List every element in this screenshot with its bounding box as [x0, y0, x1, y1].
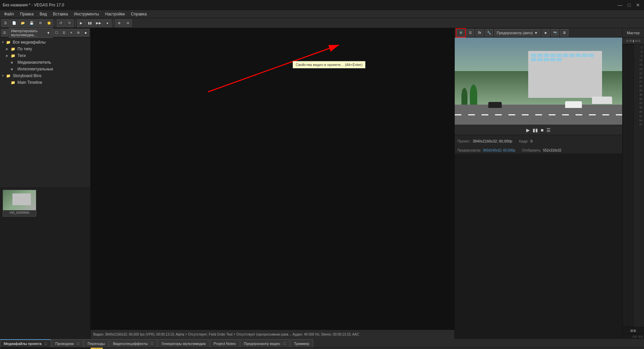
toolbar-btn-render[interactable]: 🌟 — [45, 19, 53, 27]
kadr-info: Кадр: 0 — [519, 139, 532, 143]
preview-mode-dropdown[interactable]: Предпросмотр (авто) ▼ — [494, 29, 540, 37]
tab-explorer-close[interactable]: ☐ — [77, 342, 80, 345]
minimize-button[interactable]: — — [616, 2, 624, 8]
toolbar-btn-record[interactable]: ● — [103, 19, 111, 27]
menu-bar: Файл Правка Вид Вставка Инструменты Наст… — [0, 10, 644, 18]
menu-help[interactable]: Справка — [128, 11, 149, 17]
tree-label-pool: Медианакопитель — [17, 60, 51, 65]
tree-item-smart[interactable]: ■ Интеллектуальные — [0, 66, 90, 72]
tab-media-close[interactable]: ☐ — [44, 342, 47, 346]
timeline-tracks-area: +13:16 00:00:00:00 00:00:15:00 00:00:30:… — [91, 348, 644, 349]
toolbar-btn-loop[interactable]: ▶▶ — [95, 19, 103, 27]
main-toolbar: ☰ 📄 📂 💾 ⚙ 🌟 ↺ ↻ ▶ ▮▮ ▶▶ ● ⊕ ⊖ — [0, 18, 644, 28]
toolbar-btn-settings[interactable]: ⚙ — [36, 19, 44, 27]
preview-btn-2[interactable]: ☰ — [466, 29, 474, 37]
kadr-val: 0 — [531, 139, 533, 143]
tree-item-main-timeline[interactable]: 📁 Main Timeline — [0, 79, 90, 86]
preview-info: Проект: 3840x2160x32; 60,000p Кадр: 0 — [455, 135, 622, 147]
menu-settings[interactable]: Настройки — [102, 11, 128, 17]
toolbar-btn-1[interactable]: ☰ — [1, 19, 9, 27]
level-3: 3 — [634, 46, 643, 50]
toolbar-btn-stop[interactable]: ▮▮ — [86, 19, 94, 27]
toolbar-btn-zoom-out[interactable]: ⊖ — [124, 19, 132, 27]
tab-trimmer[interactable]: Триммер — [290, 339, 313, 347]
toolbar-sep-2 — [75, 20, 76, 26]
master-solo-btn[interactable]: S — [638, 39, 640, 43]
preview-fx-btn[interactable]: fx — [476, 29, 484, 37]
media-thumb-1[interactable]: VID_20200081 — [3, 190, 36, 217]
toolbar-btn-save[interactable]: 💾 — [28, 19, 36, 27]
master-panel: Мастер fx ⚙ ▮ M S 3 6 9 1 — [622, 28, 644, 339]
main-layout: ☰ Импортировать мультимедиа... ▼ ☐ ☰ ✕ ⚙… — [0, 28, 644, 339]
menu-file[interactable]: Файл — [1, 11, 17, 17]
vu-bar-right — [629, 46, 633, 326]
tab-transitions-label: Переходы — [88, 342, 105, 346]
video-props-button[interactable]: ⚙ — [457, 29, 465, 37]
toolbar-btn-new[interactable]: 📄 — [10, 19, 18, 27]
tree-item-by-type[interactable]: ▶ 📁 По типу — [0, 46, 90, 52]
status-bar-center: Видео: 3840x2160x32; 60,005 fps (VFR); 0… — [91, 330, 454, 339]
track-headers: 00:00:00:00 ☰ M S Уровень: 100,0 % ⚙ ▬ ▨ — [0, 348, 91, 349]
preview-list-btn[interactable]: ☰ — [546, 127, 551, 133]
left-panel-view-btn[interactable]: ☰ — [1, 29, 8, 37]
tab-gen-label: Генераторы мультимедиа — [161, 342, 205, 346]
left-panel-btn4[interactable]: ✕ — [68, 29, 75, 37]
left-panel-btn3[interactable]: ☰ — [60, 29, 67, 37]
left-panel-btn5[interactable]: ⚙ — [75, 29, 82, 37]
road-element — [455, 105, 622, 125]
preview-pause-btn[interactable]: ▮▮ — [533, 127, 538, 133]
menu-tools[interactable]: Инструменты — [71, 11, 102, 17]
preview-calc-btn[interactable]: 🔧 — [485, 29, 493, 37]
bottom-tabs: Медиафайлы проекта ☐ Проводник ☐ Переход… — [0, 339, 644, 348]
timecode-display: 00:00:00:00 — [0, 348, 90, 349]
level-18: 18 — [634, 67, 643, 71]
master-fx-toolbar: fx ⚙ ▮ M S — [623, 38, 644, 44]
tree-item-tags[interactable]: ▶ 📁 Теги — [0, 52, 90, 59]
tab-video-preview[interactable]: Предпросмотр видео ☐ — [240, 339, 290, 347]
tab-generators[interactable]: Генераторы мультимедиа — [158, 339, 209, 347]
folder-icon-storyboard: 📁 — [6, 74, 11, 78]
tab-videofx-close[interactable]: ☐ — [150, 342, 153, 345]
preview-save-btn[interactable]: 📷 — [551, 29, 559, 37]
toolbar-btn-redo[interactable]: ↻ — [65, 19, 73, 27]
tab-transitions[interactable]: Переходы — [84, 339, 109, 347]
tab-explorer[interactable]: Проводник ☐ — [52, 339, 83, 347]
master-mute-btn[interactable]: M — [635, 39, 638, 43]
toolbar-btn-undo[interactable]: ↺ — [57, 19, 65, 27]
car-white — [565, 101, 582, 108]
maximize-button[interactable]: □ — [627, 2, 632, 8]
master-output-label: ▩▩ — [630, 329, 636, 332]
tab-media-files[interactable]: Медиафайлы проекта ☐ — [0, 339, 51, 347]
tree-item-all-media[interactable]: ▼ 📁 Все медиафайлы — [0, 39, 90, 46]
preview-play-btn[interactable]: ▶ — [526, 127, 530, 133]
preview-stop-btn[interactable]: ■ — [541, 127, 543, 133]
toolbar-sep-1 — [55, 20, 55, 26]
timeline-inpoint-bar: +13:16 — [91, 348, 644, 349]
menu-view[interactable]: Вид — [37, 11, 50, 17]
folder-icon-type: 📁 — [11, 47, 16, 51]
master-values-display: 0,0 0,0 — [623, 334, 644, 339]
menu-edit[interactable]: Правка — [17, 11, 37, 17]
left-panel-btn2[interactable]: ☐ — [53, 29, 60, 37]
expand-icon-storyboard: ▼ — [1, 74, 6, 77]
preview-copy-btn[interactable]: 🗏 — [560, 29, 568, 37]
close-button[interactable]: ✕ — [635, 2, 641, 8]
menu-insert[interactable]: Вставка — [50, 11, 71, 17]
tree-label-main: Main Timeline — [17, 80, 42, 85]
level-57: 57 — [634, 123, 643, 127]
tab-project-notes[interactable]: Project Notes — [210, 339, 240, 347]
media-tree: ▼ 📁 Все медиафайлы ▶ 📁 По типу ▶ 📁 Теги … — [0, 38, 90, 187]
toolbar-btn-open[interactable]: 📂 — [19, 19, 27, 27]
toolbar-btn-zoom-in[interactable]: ⊕ — [115, 19, 123, 27]
media-thumb-label-1: VID_20200081 — [3, 210, 36, 215]
toolbar-btn-play[interactable]: ▶ — [77, 19, 85, 27]
tree-item-storyboard[interactable]: ▼ 📁 Storyboard Bins — [0, 72, 90, 79]
preview-grid-btn[interactable]: ■ — [542, 29, 550, 37]
svg-line-1 — [208, 45, 339, 92]
tree-item-media-pool[interactable]: ■ Медианакопитель — [0, 59, 90, 66]
tab-video-fx[interactable]: Видеоспецэффекты ☐ — [109, 339, 157, 347]
left-panel-btn6[interactable]: ■ — [82, 29, 89, 37]
tab-preview-close[interactable]: ☐ — [283, 342, 286, 345]
import-dropdown[interactable]: Импортировать мультимедиа... ▼ — [9, 28, 53, 38]
preview-controls: ▶ ▮▮ ■ ☰ — [455, 125, 622, 135]
